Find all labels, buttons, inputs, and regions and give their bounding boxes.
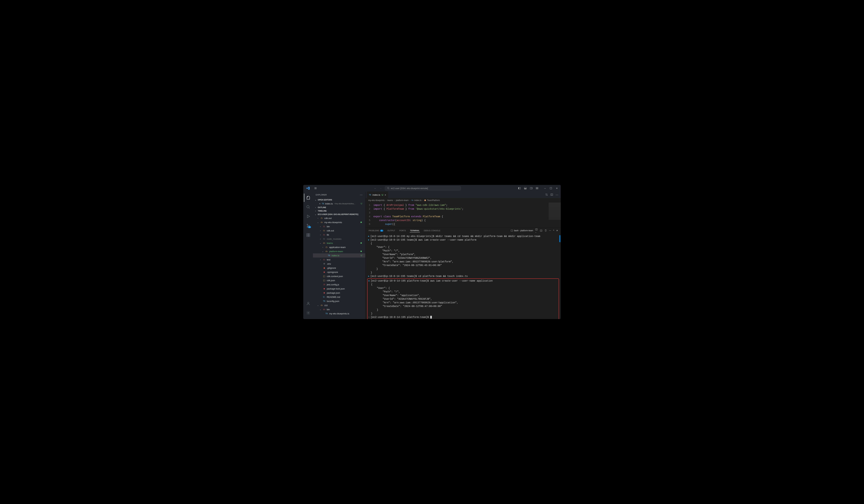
svg-rect-17 [307, 235, 308, 237]
run-debug-icon[interactable] [304, 212, 312, 220]
nav-back-icon[interactable]: ← [374, 187, 376, 190]
layout-right-icon[interactable] [529, 185, 534, 191]
editor-tabs: TS index.ts U × ⋯ [365, 192, 561, 198]
terminal-panel: PROBLEMS1 OUTPUT PORTS TERMINAL DEBUG CO… [365, 227, 561, 319]
file-item[interactable]: ⬢.npmignore [313, 270, 365, 274]
svg-rect-23 [511, 230, 513, 231]
split-terminal-icon[interactable]: ⌄ [535, 228, 538, 233]
layout-left-icon[interactable] [517, 185, 522, 191]
section-open-editors[interactable]: ⌄OPEN EDITORS [313, 198, 365, 202]
folder-item[interactable]: ›🗀node_modules [313, 237, 365, 241]
file-item[interactable]: ⬢package.json [313, 291, 365, 295]
svg-rect-19 [309, 233, 310, 235]
shell-selector[interactable]: bash - platform-team [511, 229, 533, 232]
code-editor[interactable]: 1import { ArnPrincipal } from "aws-cdk-l… [365, 203, 561, 227]
terminal-scroll-marker [559, 235, 560, 242]
split-editor-icon[interactable] [550, 193, 553, 196]
section-outline[interactable]: ›OUTLINE [313, 206, 365, 209]
vscode-logo [303, 187, 313, 190]
vscode-window: ← → ec2-user [SSH: eks-blueprint-remote]… [303, 185, 561, 319]
source-control-icon[interactable]: 15 [304, 221, 312, 230]
folder-item[interactable]: ›🗀bin [313, 224, 365, 228]
svg-point-0 [387, 187, 389, 189]
file-item[interactable]: M↓README.md [313, 295, 365, 299]
menu-icon[interactable] [313, 185, 318, 191]
activitybar: 15 [303, 192, 313, 319]
svg-point-20 [308, 302, 309, 303]
compare-changes-icon[interactable] [545, 193, 548, 196]
panel-more-icon[interactable]: ⋯ [549, 229, 551, 232]
svg-rect-7 [536, 187, 537, 188]
tab-terminal[interactable]: TERMINAL [410, 229, 420, 232]
explorer-tree: ⌄OPEN EDITORS × TS index.ts ~/my-eks-blu… [313, 198, 365, 319]
svg-rect-4 [524, 188, 526, 189]
folder-item[interactable]: ›🗀cdk.out [313, 216, 365, 220]
svg-rect-10 [537, 188, 538, 189]
svg-rect-16 [307, 233, 308, 235]
editor-more-icon[interactable]: ⋯ [555, 193, 558, 196]
tab-ports[interactable]: PORTS [399, 229, 406, 232]
kill-terminal-icon[interactable] [544, 229, 547, 232]
file-item[interactable]: ⬢package-lock.json [313, 287, 365, 291]
file-item[interactable]: JSjest.config.js [313, 283, 365, 287]
svg-point-13 [307, 224, 308, 225]
folder-item[interactable]: ⌄🗁zzz [313, 303, 365, 307]
tab-close-icon[interactable]: × [385, 194, 386, 196]
extensions-icon[interactable] [304, 231, 312, 239]
tab-problems[interactable]: PROBLEMS1 [368, 229, 384, 232]
tab-debug-console[interactable]: DEBUG CONSOLE [423, 229, 441, 232]
file-item[interactable]: TStsconfig.json [313, 299, 365, 303]
account-icon[interactable] [304, 299, 312, 308]
file-item[interactable]: { }cdk.context.json [313, 274, 365, 278]
sidebar-title: EXPLORER [316, 194, 327, 196]
minimap[interactable] [549, 203, 561, 220]
svg-rect-2 [518, 187, 519, 189]
file-item[interactable]: TSmy-eks-blueprints.ts [313, 311, 365, 316]
scm-badge: 15 [308, 226, 311, 228]
file-item[interactable]: TSindex.tsU [313, 253, 365, 257]
svg-rect-11 [550, 187, 552, 189]
svg-rect-6 [531, 187, 532, 189]
file-item[interactable]: ◆.gitignore [313, 266, 365, 270]
sidebar: EXPLORER ⋯ ⌄OPEN EDITORS × TS index.ts ~… [313, 192, 365, 319]
folder-item[interactable]: ⌄🗁teams [313, 241, 365, 245]
maximize-icon[interactable] [548, 185, 553, 191]
svg-rect-18 [309, 235, 310, 237]
settings-gear-icon[interactable] [304, 309, 312, 317]
search-text: ec2-user [SSH: eks-blueprint-remote] [391, 187, 428, 190]
folder-item[interactable]: ›🗀cdk.out [313, 228, 365, 233]
svg-point-21 [308, 312, 309, 313]
open-editor-item[interactable]: × TS index.ts ~/my-eks-blueprints/tea...… [313, 202, 365, 206]
terminal[interactable]: [ec2-user@ip-10-0-14-195 my-eks-blueprin… [365, 233, 561, 319]
sidebar-more-icon[interactable]: ⋯ [360, 193, 363, 196]
folder-item[interactable]: ›🗀application-team [313, 245, 365, 249]
file-item[interactable]: { }cdk.json [313, 278, 365, 283]
folder-item[interactable]: ⌄🗁my-eks-blueprints [313, 220, 365, 224]
editor-area: TS index.ts U × ⋯ my-eks-blueprints› tea… [365, 192, 561, 319]
nav-forward-icon[interactable]: → [380, 187, 382, 190]
customize-layout-icon[interactable] [535, 185, 540, 191]
explorer-icon[interactable] [304, 194, 312, 202]
svg-point-12 [307, 205, 309, 208]
folder-item[interactable]: ⌄🗁bin [313, 307, 365, 311]
command-center[interactable]: ec2-user [SSH: eks-blueprint-remote] [385, 186, 461, 191]
section-timeline[interactable]: ›TIMELINE [313, 209, 365, 213]
folder-item[interactable]: ⌄🗁platform-team [313, 249, 365, 253]
panel-close-icon[interactable]: ✕ [556, 229, 558, 232]
titlebar: ← → ec2-user [SSH: eks-blueprint-remote]… [303, 185, 561, 192]
tab-index-ts[interactable]: TS index.ts U × [367, 192, 388, 198]
file-item[interactable]: ⚙.env [313, 262, 365, 266]
layout-bottom-icon[interactable] [523, 185, 528, 191]
minimize-icon[interactable]: ─ [542, 185, 548, 191]
section-workspace[interactable]: ⌄EC2-USER [SSH: EKS-BLUEPRINT-REMOTE] [313, 213, 365, 216]
tab-output[interactable]: OUTPUT [387, 229, 396, 232]
breadcrumbs[interactable]: my-eks-blueprints› teams› platform-team›… [365, 198, 561, 203]
svg-rect-8 [537, 187, 538, 188]
panel-maximize-icon[interactable]: ^ [553, 229, 554, 232]
folder-item[interactable]: ›🗀lib [313, 233, 365, 237]
close-icon[interactable]: ✕ [554, 185, 559, 191]
svg-rect-9 [536, 188, 537, 189]
new-terminal-icon[interactable] [540, 229, 542, 232]
folder-item[interactable]: ›🗀test [313, 257, 365, 262]
search-activity-icon[interactable] [304, 203, 312, 211]
